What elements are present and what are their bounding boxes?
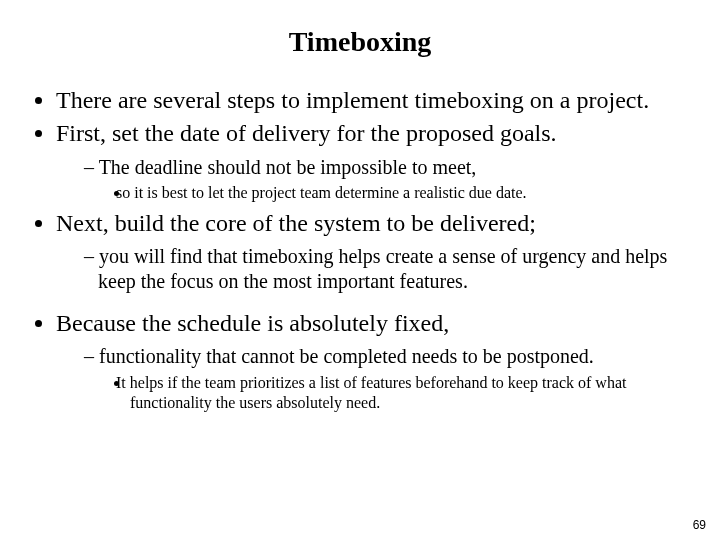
bullet-item: Next, build the core of the system to be… [56, 209, 690, 293]
bullet-item: It helps if the team prioritizes a list … [130, 373, 690, 413]
bullet-item: First, set the date of delivery for the … [56, 119, 690, 203]
bullet-list-level2: functionality that cannot be completed n… [56, 344, 690, 412]
bullet-item: Because the schedule is absolutely fixed… [56, 309, 690, 413]
slide-title: Timeboxing [30, 26, 690, 58]
bullet-item: The deadline should not be impossible to… [84, 155, 690, 203]
bullet-text: First, set the date of delivery for the … [56, 120, 557, 146]
bullet-list-level2: you will find that timeboxing helps crea… [56, 244, 690, 293]
bullet-text: There are several steps to implement tim… [56, 87, 649, 113]
bullet-text: so it is best to let the project team de… [116, 184, 527, 201]
bullet-list-level2: The deadline should not be impossible to… [56, 155, 690, 203]
bullet-text: It helps if the team prioritizes a list … [116, 374, 626, 411]
bullet-list-level1: There are several steps to implement tim… [30, 86, 690, 293]
bullet-text: Because the schedule is absolutely fixed… [56, 310, 449, 336]
bullet-text: Next, build the core of the system to be… [56, 210, 536, 236]
bullet-item: functionality that cannot be completed n… [84, 344, 690, 412]
page-number: 69 [693, 518, 706, 532]
bullet-list-level3: so it is best to let the project team de… [98, 183, 690, 203]
bullet-list-level3: It helps if the team prioritizes a list … [98, 373, 690, 413]
bullet-item: you will find that timeboxing helps crea… [84, 244, 690, 293]
bullet-text: functionality that cannot be completed n… [99, 345, 594, 367]
bullet-text: you will find that timeboxing helps crea… [98, 245, 667, 291]
spacer [30, 299, 690, 309]
bullet-text: The deadline should not be impossible to… [99, 156, 477, 178]
bullet-item: There are several steps to implement tim… [56, 86, 690, 115]
bullet-item: so it is best to let the project team de… [130, 183, 690, 203]
slide: Timeboxing There are several steps to im… [0, 0, 720, 540]
bullet-list-level1: Because the schedule is absolutely fixed… [30, 309, 690, 413]
